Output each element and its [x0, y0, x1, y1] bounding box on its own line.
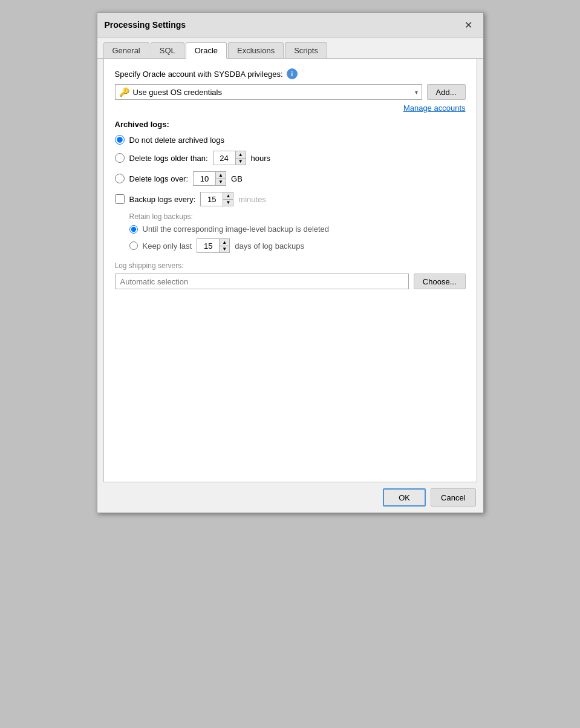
log-shipping-input[interactable]: [115, 274, 409, 289]
keep-last-input[interactable]: [197, 239, 219, 252]
backup-logs-label: Backup logs every:: [129, 195, 196, 204]
delete-older-up[interactable]: ▲: [236, 151, 246, 159]
delete-over-input[interactable]: [194, 172, 215, 185]
dropdown-arrow-icon: ▾: [415, 89, 418, 96]
log-shipping-section: Log shipping servers: Choose...: [115, 261, 466, 289]
retain-until-deleted-label: Until the corresponding image-level back…: [143, 225, 330, 234]
add-button[interactable]: Add...: [427, 84, 466, 100]
credential-value: Use guest OS credentials: [133, 88, 415, 97]
credential-row: 🔑 Use guest OS credentials ▾ Add...: [115, 84, 466, 100]
specify-section-label: Specify Oracle account with SYSDBA privi…: [115, 68, 466, 79]
specify-label-text: Specify Oracle account with SYSDBA privi…: [115, 70, 283, 79]
delete-over-up[interactable]: ▲: [216, 172, 226, 179]
keep-last-spinbox: ▲ ▼: [197, 238, 230, 253]
tab-exclusions[interactable]: Exclusions: [228, 42, 284, 58]
tab-oracle[interactable]: Oracle: [186, 42, 227, 59]
radio-delete-over: Delete logs over: ▲ ▼ GB: [115, 171, 466, 186]
radio-delete-older: Delete logs older than: ▲ ▼ hours: [115, 151, 466, 165]
archived-logs-title: Archived logs:: [115, 120, 466, 129]
backup-logs-spinbox-buttons: ▲ ▼: [223, 192, 233, 206]
delete-older-spinbox-buttons: ▲ ▼: [235, 151, 246, 165]
retain-label: Retain log backups:: [129, 212, 466, 221]
delete-older-unit: hours: [251, 154, 271, 163]
tab-bar: General SQL Oracle Exclusions Scripts: [97, 38, 483, 59]
backup-logs-down[interactable]: ▼: [223, 200, 233, 206]
keep-last-unit: days of log backups: [235, 241, 304, 251]
radio-delete-older-input[interactable]: [115, 153, 125, 163]
log-shipping-row: Choose...: [115, 274, 466, 289]
credential-select[interactable]: 🔑 Use guest OS credentials ▾: [115, 84, 422, 100]
retain-keep-last-label-pre: Keep only last: [143, 241, 192, 251]
info-icon[interactable]: i: [287, 68, 298, 79]
backup-logs-checkbox[interactable]: [115, 194, 125, 204]
backup-logs-up[interactable]: ▲: [223, 192, 233, 200]
radio-delete-over-input[interactable]: [115, 174, 125, 183]
cancel-button[interactable]: Cancel: [431, 488, 475, 507]
delete-older-down[interactable]: ▼: [236, 159, 246, 165]
radio-no-delete-label: Do not delete archived logs: [129, 136, 225, 145]
dialog-footer: OK Cancel: [97, 482, 483, 513]
radio-no-delete-input[interactable]: [115, 135, 125, 145]
retain-section: Retain log backups: Until the correspond…: [129, 212, 466, 253]
dialog-title: Processing Settings: [105, 20, 186, 30]
keep-last-spinbox-buttons: ▲ ▼: [219, 239, 229, 252]
delete-over-spinbox: ▲ ▼: [193, 171, 226, 186]
delete-older-input[interactable]: [213, 151, 235, 165]
backup-logs-row: Backup logs every: ▲ ▼ minutes: [115, 192, 466, 206]
radio-no-delete: Do not delete archived logs: [115, 135, 466, 145]
log-shipping-label: Log shipping servers:: [115, 261, 466, 270]
tab-sql[interactable]: SQL: [151, 42, 184, 58]
ok-button[interactable]: OK: [383, 488, 426, 507]
delete-over-unit: GB: [231, 174, 243, 183]
tab-content-oracle: Specify Oracle account with SYSDBA privi…: [103, 59, 477, 482]
title-bar: Processing Settings ✕: [97, 13, 483, 38]
keep-last-up[interactable]: ▲: [220, 239, 229, 246]
choose-button[interactable]: Choose...: [414, 274, 466, 289]
close-button[interactable]: ✕: [461, 18, 476, 32]
backup-logs-unit: minutes: [238, 195, 266, 204]
radio-delete-older-label: Delete logs older than:: [129, 154, 208, 163]
retain-until-deleted-row: Until the corresponding image-level back…: [129, 225, 466, 234]
delete-over-down[interactable]: ▼: [216, 179, 226, 186]
delete-older-spinbox: ▲ ▼: [213, 151, 246, 165]
tab-general[interactable]: General: [103, 42, 149, 58]
backup-logs-spinbox: ▲ ▼: [200, 192, 233, 206]
delete-over-spinbox-buttons: ▲ ▼: [215, 172, 226, 185]
keep-last-down[interactable]: ▼: [220, 246, 229, 253]
retain-keep-last-input[interactable]: [129, 241, 138, 250]
tab-scripts[interactable]: Scripts: [285, 42, 327, 58]
radio-delete-over-label: Delete logs over:: [129, 174, 189, 183]
processing-settings-dialog: Processing Settings ✕ General SQL Oracle…: [97, 12, 484, 513]
retain-keep-last-row: Keep only last ▲ ▼ days of log backups: [129, 238, 466, 253]
backup-logs-input[interactable]: [201, 192, 223, 206]
key-icon: 🔑: [119, 87, 129, 97]
retain-until-deleted-input[interactable]: [129, 225, 138, 234]
manage-accounts-link[interactable]: Manage accounts: [115, 103, 466, 113]
